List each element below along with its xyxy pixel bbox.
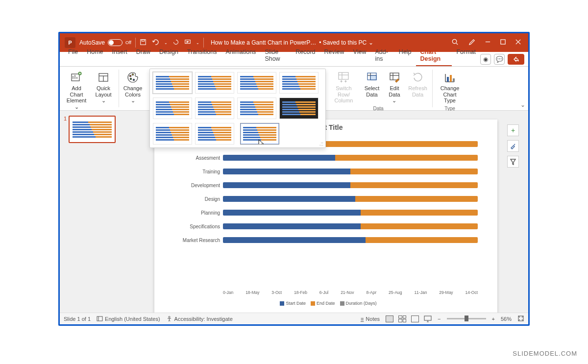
svg-point-3	[452, 39, 456, 43]
chart-style-thumb[interactable]	[153, 72, 192, 94]
tab-animations[interactable]: Animations	[221, 46, 261, 66]
gantt-chart[interactable]: AssesmentTrainingDevelopmentDesignPlanni…	[174, 136, 478, 285]
chart-style-thumb[interactable]	[279, 72, 318, 94]
language-button[interactable]: English (United States)	[97, 315, 160, 322]
zoom-out-button[interactable]: −	[438, 316, 441, 322]
reading-view-icon[interactable]	[411, 315, 419, 322]
save-state[interactable]: • Saved to this PC ⌄	[319, 39, 373, 46]
select-data-button[interactable]: Select Data	[361, 69, 383, 106]
slideshow-view-icon[interactable]	[424, 315, 432, 322]
chevron-down-icon[interactable]: ⌄	[196, 41, 199, 45]
quick-layout-icon	[97, 71, 110, 84]
zoom-in-button[interactable]: +	[492, 316, 495, 322]
gantt-category-label: Market Research	[174, 238, 223, 243]
tab-transitions[interactable]: Transitions	[183, 46, 221, 66]
zoom-slider[interactable]	[447, 318, 486, 319]
close-icon[interactable]	[515, 39, 521, 47]
svg-rect-5	[501, 40, 505, 44]
chart-style-thumb[interactable]	[279, 97, 318, 119]
tab-design[interactable]: Design	[155, 46, 183, 66]
zoom-level[interactable]: 56%	[501, 316, 512, 322]
gantt-row: Assesment	[174, 152, 478, 164]
chart-style-thumb[interactable]	[153, 97, 192, 119]
chart-style-thumb[interactable]	[195, 72, 234, 94]
palette-icon	[126, 71, 140, 84]
minimize-icon[interactable]	[485, 39, 491, 47]
legend-label: End Date	[317, 301, 335, 306]
x-tick: 18-May	[245, 290, 259, 295]
chart-style-thumb[interactable]	[237, 72, 276, 94]
x-tick: 11-Jan	[414, 290, 427, 295]
slide-canvas[interactable]: Chart Title AssesmentTrainingDevelopment…	[154, 120, 497, 315]
chevron-down-icon[interactable]: ⌄	[164, 41, 168, 45]
svg-rect-22	[339, 73, 348, 79]
switch-row-column-button: Switch Row/ Column	[327, 69, 360, 106]
gantt-category-label: Specifications	[174, 224, 223, 229]
share-button[interactable]	[508, 54, 524, 65]
chart-style-thumb[interactable]	[237, 97, 276, 119]
slide-thumbnail-1[interactable]	[69, 116, 116, 143]
gantt-row: Planning	[174, 207, 478, 218]
tab-help[interactable]: Help	[394, 46, 416, 66]
chart-elements-button[interactable]: +	[507, 124, 519, 136]
chart-style-thumb[interactable]	[195, 97, 234, 119]
tab-record[interactable]: Record	[291, 46, 319, 66]
tab-insert[interactable]: Insert	[108, 46, 132, 66]
x-tick: 8-Apr	[366, 290, 376, 295]
autosave-toggle[interactable]: AutoSave Off	[79, 39, 131, 46]
tab-file[interactable]: File	[64, 46, 82, 66]
quick-layout-button[interactable]: Quick Layout ⌄	[91, 69, 116, 112]
normal-view-icon[interactable]	[386, 315, 393, 322]
chart-style-thumb[interactable]	[153, 123, 192, 145]
chart-style-thumb[interactable]	[195, 123, 234, 145]
svg-rect-40	[424, 316, 431, 320]
chart-style-11-thumb[interactable]: Style 11	[240, 123, 279, 145]
sorter-view-icon[interactable]	[398, 315, 406, 322]
tab-chart-design[interactable]: Chart Design	[416, 46, 452, 66]
accessibility-button[interactable]: Accessibility: Investigate	[166, 315, 233, 322]
svg-point-21	[132, 73, 133, 75]
document-title[interactable]: How to Make a Gantt Chart in PowerP…	[211, 39, 316, 46]
slide-number: 1	[64, 116, 67, 121]
tab-slide-show[interactable]: Slide Show	[260, 46, 291, 66]
add-chart-element-button[interactable]: Add Chart Element ⌄	[63, 69, 90, 112]
tab-view[interactable]: View	[349, 46, 371, 66]
x-tick: 18-Feb	[294, 290, 307, 295]
fit-to-window-icon[interactable]	[517, 315, 524, 323]
record-indicator-icon[interactable]: ◉	[480, 54, 491, 65]
tab-draw[interactable]: Draw	[132, 46, 155, 66]
autosave-label: AutoSave	[79, 39, 105, 46]
cursor-icon	[258, 139, 265, 145]
svg-point-18	[129, 75, 131, 76]
collapse-ribbon-icon[interactable]: ⌄	[520, 101, 525, 108]
change-chart-type-button[interactable]: Change Chart Type	[436, 69, 464, 106]
x-tick: 21-Nov	[341, 290, 354, 295]
gantt-category-label: Planning	[174, 210, 223, 216]
chart-filters-button[interactable]	[507, 156, 519, 168]
autosave-state: Off	[125, 40, 131, 45]
svg-rect-8	[72, 74, 79, 81]
tab-add-ins[interactable]: Add-ins	[370, 46, 394, 66]
resize-grip-icon[interactable]: .::	[319, 141, 323, 146]
legend-swatch	[311, 301, 315, 306]
slide-thumbnails-panel[interactable]: 1	[60, 111, 123, 313]
x-tick: 25-Aug	[389, 290, 402, 295]
edit-data-button[interactable]: Edit Data ⌄	[384, 69, 405, 106]
svg-rect-0	[141, 39, 146, 45]
tab-review[interactable]: Review	[320, 46, 349, 66]
maximize-icon[interactable]	[500, 39, 506, 47]
notes-button[interactable]: ≡ Notes	[361, 316, 380, 322]
comments-icon[interactable]: 💬	[494, 54, 505, 65]
switch-row-column-icon	[337, 71, 350, 84]
tab-home[interactable]: Home	[82, 46, 107, 66]
gantt-category-label: Training	[174, 169, 223, 174]
toggle-off-icon[interactable]	[108, 39, 122, 46]
add-chart-element-icon	[70, 71, 83, 84]
ribbon-chart-design: Add Chart Element ⌄ Quick Layout ⌄ Chart…	[60, 67, 528, 111]
chart-styles-button[interactable]	[507, 140, 519, 152]
svg-point-39	[169, 316, 170, 318]
x-tick: 0-Jan	[223, 290, 233, 295]
change-colors-button[interactable]: Change Colors ⌄	[121, 69, 146, 106]
chart-styles-dropdown[interactable]: Style 11 .::	[149, 69, 326, 148]
tab-format[interactable]: Format	[452, 46, 480, 66]
